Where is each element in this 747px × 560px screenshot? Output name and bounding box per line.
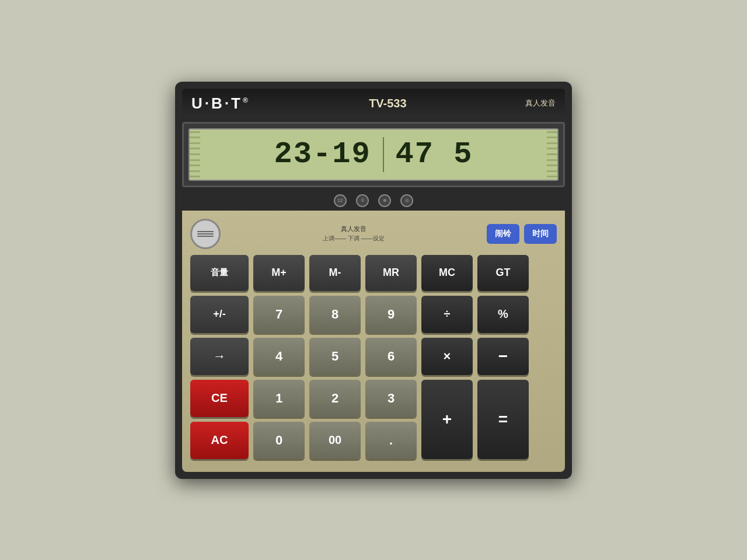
time-button[interactable]: 时间 — [524, 224, 557, 244]
indicator-4: ◎ — [400, 194, 413, 207]
mminus-button[interactable]: M- — [309, 255, 361, 291]
btn-7[interactable]: 7 — [253, 296, 305, 333]
gt-button[interactable]: GT — [477, 255, 529, 291]
sign-button[interactable]: +/- — [190, 296, 249, 333]
pct-button[interactable]: % — [477, 296, 529, 333]
speaker-icon — [190, 219, 221, 249]
sound-label: 真人发音 — [341, 225, 366, 233]
mr-button[interactable]: MR — [365, 255, 417, 291]
btn-row-3: → 4 5 6 × − — [190, 338, 557, 375]
calc-header: U·B·T® TV-533 真人发音 — [182, 89, 565, 118]
btn-row-2: +/- 7 8 9 ÷ % — [190, 296, 557, 333]
mplus-button[interactable]: M+ — [253, 255, 305, 291]
btn-9[interactable]: 9 — [365, 296, 417, 333]
lcd-content: 23-19 47 5 — [200, 137, 547, 172]
btn-8[interactable]: 8 — [309, 296, 361, 333]
lcd-time: 47 5 — [396, 137, 473, 172]
minus-button[interactable]: − — [477, 338, 529, 375]
btn-4[interactable]: 4 — [253, 338, 305, 375]
lcd-right-stripes — [547, 130, 557, 180]
model-name: TV-533 — [369, 97, 406, 110]
indicator-2: ① — [356, 194, 369, 207]
brand-name: U·B·T® — [191, 94, 250, 113]
btn-3[interactable]: 3 — [365, 380, 417, 417]
indicator-1: 12 — [334, 194, 347, 207]
mc-button[interactable]: MC — [421, 255, 473, 291]
btn-5[interactable]: 5 — [309, 338, 361, 375]
btn-6[interactable]: 6 — [365, 338, 417, 375]
lcd-screen: 23-19 47 5 — [189, 128, 558, 181]
btn-00[interactable]: 00 — [309, 422, 361, 459]
keypad-area: 真人发音 上调—— 下调 ——设定 闹铃 时间 音量 M+ M- MR MC G… — [182, 211, 565, 472]
special-buttons: 闹铃 时间 — [487, 224, 557, 244]
mul-button[interactable]: × — [421, 338, 473, 375]
div-button[interactable]: ÷ — [421, 296, 473, 333]
plus-button[interactable]: + — [421, 380, 473, 459]
alarm-button[interactable]: 闹铃 — [487, 224, 519, 244]
btn-row-4: CE AC 1 0 2 00 3 . + = — [190, 380, 557, 459]
arrow-button[interactable]: → — [190, 338, 249, 375]
ac-button[interactable]: AC — [190, 422, 249, 459]
top-controls: 真人发音 上调—— 下调 ——设定 闹铃 时间 — [190, 219, 557, 249]
equals-button[interactable]: = — [477, 380, 529, 459]
btn-dot[interactable]: . — [365, 422, 417, 459]
lcd-date: 23-19 — [274, 137, 371, 172]
lcd-left-stripes — [190, 130, 200, 180]
volume-button[interactable]: 音量 — [190, 255, 249, 291]
ce-button[interactable]: CE — [190, 380, 249, 417]
sound-bracket: 上调—— 下调 ——设定 — [323, 235, 385, 243]
indicator-3: ⊕ — [378, 194, 391, 207]
btn-row-1: 音量 M+ M- MR MC GT — [190, 255, 557, 291]
btn-2[interactable]: 2 — [309, 380, 361, 417]
btn-1[interactable]: 1 — [253, 380, 305, 417]
calculator: U·B·T® TV-533 真人发音 23-19 47 5 12 — [175, 82, 572, 479]
indicator-row: 12 ① ⊕ ◎ — [182, 191, 565, 211]
btn-0[interactable]: 0 — [253, 422, 305, 459]
lcd-outer: 23-19 47 5 — [182, 122, 565, 187]
lcd-divider — [383, 137, 384, 172]
brand-logo: 真人发音 — [525, 98, 556, 108]
